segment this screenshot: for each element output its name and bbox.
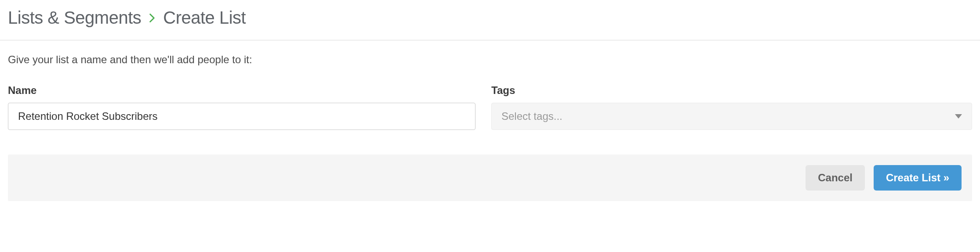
instruction-text: Give your list a name and then we'll add… [8, 54, 972, 66]
tags-label: Tags [491, 84, 972, 97]
footer-bar: Cancel Create List » [8, 155, 972, 201]
create-list-button[interactable]: Create List » [874, 165, 962, 191]
chevron-right-icon [149, 14, 155, 22]
name-label: Name [8, 84, 475, 97]
breadcrumb: Lists & Segments Create List [8, 8, 972, 28]
cancel-button[interactable]: Cancel [806, 165, 865, 191]
name-input[interactable] [8, 103, 475, 130]
breadcrumb-current: Create List [163, 8, 246, 28]
tags-select[interactable]: Select tags... [491, 103, 972, 130]
svg-marker-0 [955, 114, 962, 119]
caret-down-icon [955, 112, 962, 120]
name-field-group: Name [8, 84, 475, 130]
tags-field-group: Tags Select tags... [491, 84, 972, 130]
form-row: Name Tags Select tags... [8, 84, 972, 130]
page-container: Lists & Segments Create List Give your l… [0, 0, 980, 214]
divider [0, 40, 980, 40]
breadcrumb-parent[interactable]: Lists & Segments [8, 8, 141, 28]
tags-placeholder: Select tags... [501, 110, 563, 122]
